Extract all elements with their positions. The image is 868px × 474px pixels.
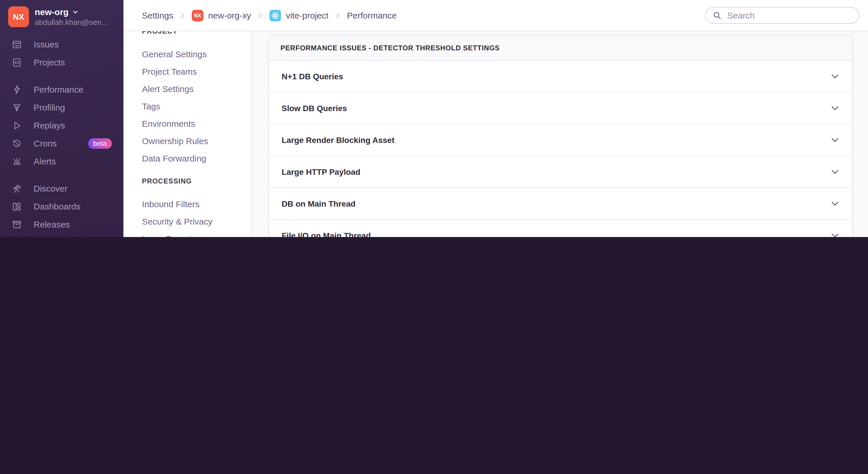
replays-icon [11,120,22,131]
subnav-item-ownership-rules[interactable]: Ownership Rules [142,132,245,149]
subnav-item-project-teams[interactable]: Project Teams [142,63,245,80]
detector-row-slow-db-queries[interactable]: Slow DB Queries [269,93,852,125]
chevron-right-icon [256,11,265,20]
main-content: PERFORMANCE ISSUES - DETECTOR THRESHOLD … [251,31,868,237]
chevron-right-icon [179,11,187,20]
sidebar-item-crons[interactable]: Crons beta [6,134,118,152]
subnav-item-general-settings[interactable]: General Settings [142,45,245,63]
sidebar-item-issues[interactable]: Issues [6,35,118,53]
chevron-down-icon [830,199,840,208]
breadcrumb-project[interactable]: vite-project [270,9,329,21]
sidebar-item-profiling[interactable]: Profiling [6,98,118,116]
threshold-settings-panel: PERFORMANCE ISSUES - DETECTOR THRESHOLD … [268,35,853,237]
alerts-icon [11,156,22,166]
beta-badge: beta [88,138,112,148]
chevron-down-icon [830,104,840,113]
subnav-section-project: PROJECT [142,31,245,36]
org-name: new-org [35,7,69,17]
primary-nav: Issues Projects Performance Profiling Re… [0,33,123,237]
subnav-item-data-forwarding[interactable]: Data Forwarding [142,149,245,167]
org-switcher[interactable]: NX new-org abdullah.khan@sen… [0,0,123,33]
chevron-down-icon [830,72,840,81]
sidebar-item-replays[interactable]: Replays [6,116,118,134]
dashboards-icon [11,201,22,211]
sidebar-item-performance[interactable]: Performance [6,80,118,98]
sidebar-item-projects[interactable]: Projects [6,53,118,71]
detector-row-large-http-payload[interactable]: Large HTTP Payload [269,156,852,188]
breadcrumb-page[interactable]: Performance [347,10,397,20]
chevron-down-icon [830,231,840,237]
sidebar-item-label: Releases [34,219,70,229]
chevron-down-icon [72,8,79,15]
subnav-section-processing: PROCESSING [142,177,245,186]
search-icon [713,11,721,20]
sidebar-item-user-feedback[interactable]: User Feedback [6,233,118,237]
search-box[interactable] [705,7,859,24]
sidebar-item-label: Dashboards [34,201,81,211]
detector-row-db-on-main-thread[interactable]: DB on Main Thread [269,188,852,220]
org-avatar: NX [8,6,29,27]
issues-icon [11,39,22,49]
breadcrumb-org[interactable]: NX new-org-xy [192,9,251,21]
breadcrumb: Settings NX new-org-xy vite-project Perf… [142,9,397,21]
chevron-right-icon [334,11,342,20]
sidebar-item-label: Replays [34,121,65,130]
sidebar-item-label: Alerts [34,156,56,166]
chevron-down-icon [830,135,840,145]
topbar: Settings NX new-org-xy vite-project Perf… [123,0,868,31]
primary-sidebar: NX new-org abdullah.khan@sen… Issues Pro… [0,0,123,237]
sidebar-item-label: Discover [34,183,67,193]
performance-icon [11,84,22,95]
subnav-item-inbound-filters[interactable]: Inbound Filters [142,195,245,212]
detector-row-file-io-on-main-thread[interactable]: File I/O on Main Thread [269,220,852,237]
subnav-item-alert-settings[interactable]: Alert Settings [142,80,245,97]
search-input[interactable] [726,10,852,21]
sidebar-item-label: Projects [34,57,65,67]
profiling-icon [11,102,22,112]
detector-row-large-render-blocking-asset[interactable]: Large Render Blocking Asset [269,125,852,156]
org-email: abdullah.khan@sen… [35,18,109,27]
subnav-item-security-privacy[interactable]: Security & Privacy [142,212,245,230]
sidebar-item-alerts[interactable]: Alerts [6,152,118,170]
sidebar-item-label: Profiling [34,102,65,112]
org-chip-icon: NX [192,9,204,21]
react-project-icon [270,9,281,21]
discover-icon [11,183,22,194]
subnav-item-issue-grouping[interactable]: Issue Grouping [142,230,245,237]
sidebar-item-label: Crons [34,138,57,148]
subnav-item-tags[interactable]: Tags [142,97,245,114]
sidebar-item-discover[interactable]: Discover [6,179,118,197]
sidebar-item-dashboards[interactable]: Dashboards [6,197,118,215]
projects-icon [11,57,22,67]
detector-row-n-plus-one-db-queries[interactable]: N+1 DB Queries [269,61,852,93]
releases-icon [11,219,22,230]
subnav-item-environments[interactable]: Environments [142,114,245,132]
chevron-down-icon [830,167,840,176]
breadcrumb-settings[interactable]: Settings [142,10,173,20]
settings-subnav: PROJECT General Settings Project Teams A… [123,31,251,237]
app-window: NX new-org abdullah.khan@sen… Issues Pro… [0,0,868,237]
sidebar-item-label: Performance [34,84,84,94]
sidebar-item-releases[interactable]: Releases [6,215,118,233]
crons-icon [11,138,22,148]
sidebar-item-label: Issues [34,39,59,49]
panel-title: PERFORMANCE ISSUES - DETECTOR THRESHOLD … [269,35,852,61]
